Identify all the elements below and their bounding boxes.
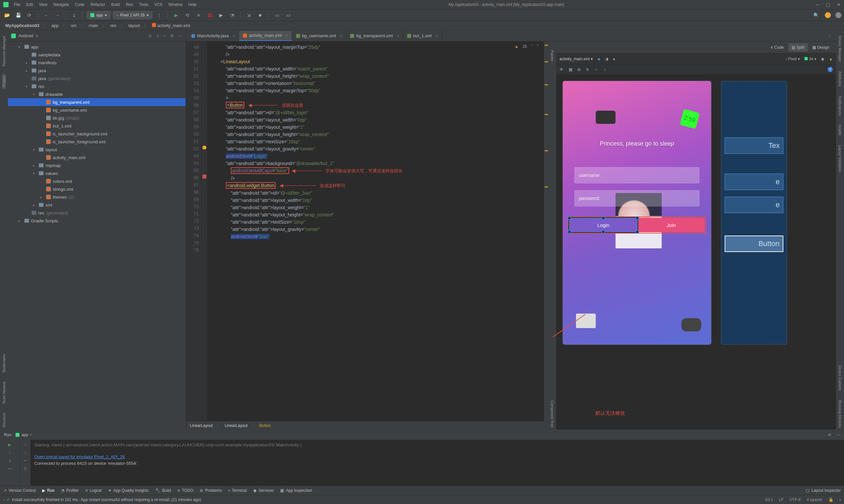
tree-node-bk-jpg[interactable]: bk.jpg (xhdpi): [8, 114, 186, 122]
maximize-icon[interactable]: ▢: [826, 2, 830, 7]
tree-node-themes[interactable]: ▸themes (2): [8, 193, 186, 201]
close-tab-icon[interactable]: ×: [436, 34, 438, 38]
blueprint-button[interactable]: Button: [725, 236, 783, 252]
tool-build[interactable]: 🔨 Build: [155, 488, 171, 493]
breakpoint-icon[interactable]: [203, 175, 206, 179]
up-icon[interactable]: ↑: [24, 443, 26, 447]
blueprint-edittext[interactable]: e: [725, 174, 783, 190]
tree-node-sampledata[interactable]: sampledata: [8, 51, 186, 59]
select-opened-icon[interactable]: ⊙: [148, 34, 152, 38]
tool-todo[interactable]: ≡ TODO: [178, 488, 193, 493]
breadcrumb-item[interactable]: res: [108, 22, 118, 29]
preview-file[interactable]: activity_main.xml ▾: [559, 57, 593, 61]
close-tab-icon[interactable]: ×: [233, 34, 235, 38]
apply-changes-icon[interactable]: ⟲: [183, 11, 192, 19]
line-separator[interactable]: LF: [779, 498, 784, 502]
avd-icon[interactable]: ▭: [273, 11, 281, 19]
tree-node-bg_username-xml[interactable]: bg_username.xml: [8, 106, 186, 114]
preview-login-button[interactable]: Login: [569, 218, 638, 232]
nav-up-icon[interactable]: ˄: [531, 44, 533, 49]
tool-resource-manager[interactable]: Resource Manager: [2, 34, 6, 69]
profile-icon[interactable]: ◔: [228, 11, 236, 19]
run-console[interactable]: Starting: intent { act=android.intent.ac…: [30, 440, 844, 486]
hide-icon[interactable]: —: [178, 34, 182, 38]
tool-app-inspection[interactable]: ▦ App Inspection: [280, 488, 312, 493]
tool-device-manager[interactable]: Device Manager: [838, 34, 842, 64]
grid-icon[interactable]: ▦: [569, 67, 572, 72]
nav-down-icon[interactable]: ˅: [537, 44, 539, 49]
close-icon[interactable]: ✕: [837, 2, 841, 7]
issues-icon[interactable]: ▲: [829, 57, 833, 61]
dim-icon[interactable]: ↔: [595, 67, 598, 72]
editor-tab-activity_main-xml[interactable]: activity_main.xml×: [239, 31, 292, 41]
tool-version-control[interactable]: ↗ Version Control: [3, 488, 36, 493]
eye-icon[interactable]: 👁: [559, 67, 564, 72]
breadcrumb-root[interactable]: MyApplication03: [3, 22, 41, 29]
caret-position[interactable]: 63:1: [765, 498, 773, 502]
run-config-selector[interactable]: app▾: [87, 11, 110, 19]
editor-tab-but_1-xml[interactable]: but_1.xml×: [403, 31, 442, 41]
close-tab-icon[interactable]: ×: [286, 34, 288, 38]
tool-problems[interactable]: ⊘ Problems: [200, 488, 222, 493]
help-icon[interactable]: ?: [828, 67, 833, 72]
indent[interactable]: 4 spaces: [807, 498, 823, 502]
tree-node-activity_main-xml[interactable]: activity_main.xml: [8, 154, 186, 161]
menu-help[interactable]: Help: [188, 2, 196, 7]
view-design-button[interactable]: ▦ Design: [809, 43, 833, 52]
stop-icon[interactable]: ■: [256, 11, 264, 19]
attach-icon[interactable]: ⤓: [8, 458, 12, 463]
tree-node-values[interactable]: ▾values: [8, 169, 186, 177]
tool-device-explorer[interactable]: Device Explorer: [838, 363, 842, 393]
path-item[interactable]: LinearLayout: [225, 423, 247, 428]
tool-services[interactable]: ◉ Services: [253, 488, 274, 493]
menu-refactor[interactable]: Refactor: [90, 2, 105, 7]
error-stripe[interactable]: [544, 41, 549, 421]
tool-component-tree[interactable]: Component Tree: [550, 399, 554, 430]
preview-join-button[interactable]: Join: [638, 218, 705, 232]
close-tab-icon[interactable]: ×: [397, 34, 399, 38]
theme-icon[interactable]: ◉: [821, 57, 824, 61]
tool-project[interactable]: Project: [2, 74, 6, 89]
view-code-button[interactable]: ≡ Code: [768, 43, 787, 52]
menu-edit[interactable]: Edit: [26, 2, 33, 7]
api-selector[interactable]: 34 ▾: [805, 57, 816, 61]
tree-node-java[interactable]: ▸java: [8, 67, 186, 74]
magnet-icon[interactable]: ⧉: [578, 67, 581, 72]
encoding[interactable]: UTF-8: [790, 498, 801, 502]
line-gutter[interactable]: 4849505152535455565758596061626364656667…: [186, 41, 202, 421]
device-frame[interactable]: 2:59 Princess, please go to sleep userna…: [563, 81, 711, 345]
attach-icon[interactable]: ⇲: [245, 11, 253, 19]
editor-tab-bg_username-xml[interactable]: bg_username.xml×: [292, 31, 346, 41]
hide-icon[interactable]: —: [836, 433, 840, 437]
editor-tab-MainActivity-java[interactable]: MainActivity.java×: [187, 31, 239, 41]
close-tab-icon[interactable]: ×: [340, 34, 342, 38]
open-icon[interactable]: 📂: [3, 11, 11, 19]
tree-node-res[interactable]: res (generated): [8, 209, 186, 217]
tool-logcat[interactable]: ≡ Logcat: [85, 488, 102, 493]
tool-running-devices[interactable]: Running Devices: [838, 398, 842, 430]
menu-navigate[interactable]: Navigate: [53, 2, 69, 7]
menu-view[interactable]: View: [39, 2, 48, 7]
stop-icon[interactable]: ↑: [9, 450, 11, 455]
menu-vcs[interactable]: VCS: [154, 2, 162, 7]
intention-bulb-icon[interactable]: [203, 146, 206, 149]
wrap-icon[interactable]: ⤶: [23, 458, 27, 463]
down-icon[interactable]: ↓: [24, 450, 26, 455]
night-mode-icon[interactable]: ●: [613, 57, 615, 61]
menu-window[interactable]: Window: [169, 2, 183, 7]
menu-tools[interactable]: Tools: [139, 2, 148, 7]
more-icon[interactable]: ⋮: [155, 11, 163, 19]
updates-icon[interactable]: [825, 12, 831, 18]
tool-layout-inspector[interactable]: ▢ Layout Inspector: [806, 488, 841, 493]
sdk-icon[interactable]: ▭: [284, 11, 292, 19]
blueprint-edittext[interactable]: e: [725, 197, 783, 213]
rerun-icon[interactable]: ▶: [8, 443, 11, 447]
view-split-button[interactable]: ▥ Split: [788, 43, 807, 52]
tree-node-strings-xml[interactable]: strings.xml: [8, 185, 186, 193]
tree-node-colors-xml[interactable]: colors.xml: [8, 177, 186, 185]
tree-node-res[interactable]: ▾res: [8, 82, 186, 90]
logcat-link[interactable]: Open logcat panel for emulator Pixel_2_A…: [34, 454, 125, 459]
tree-node-but_1-xml[interactable]: but_1.xml: [8, 122, 186, 130]
tree-node-layout[interactable]: ▾layout: [8, 146, 186, 154]
tree-node-java[interactable]: java (generated): [8, 74, 186, 82]
